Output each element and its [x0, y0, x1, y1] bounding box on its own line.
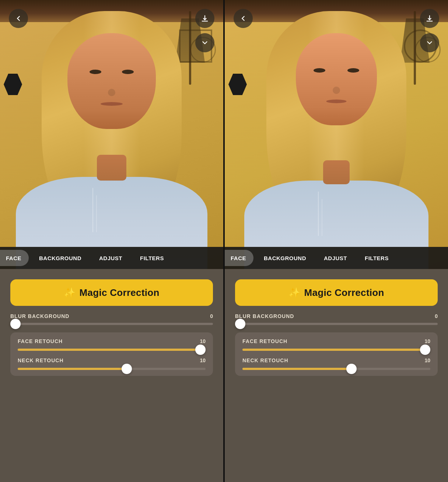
left-photo-bg	[0, 0, 223, 269]
right-download-button[interactable]	[420, 9, 439, 28]
right-neck-retouch-label: NECK RETOUCH	[242, 357, 288, 363]
right-neck-retouch-track[interactable]	[242, 368, 430, 370]
right-blur-bg-header: BLUR BACKGROUND 0	[235, 313, 438, 319]
right-blur-bg-section: BLUR BACKGROUND 0	[235, 313, 438, 325]
left-face-retouch-label: FACE RETOUCH	[18, 338, 63, 344]
right-tab-face[interactable]: FACE	[225, 250, 253, 266]
left-neck-retouch-fill	[18, 368, 127, 370]
left-blur-bg-label: BLUR BACKGROUND	[10, 313, 69, 319]
left-face-retouch-thumb[interactable]	[195, 345, 206, 355]
right-photo-bg	[225, 0, 448, 269]
left-blur-bg-thumb[interactable]	[10, 319, 21, 329]
neck-shape	[97, 155, 126, 181]
left-panel: FACE BACKGROUND ADJUST FILTERS ✨ Magic C…	[0, 0, 223, 482]
left-top-buttons	[0, 9, 223, 28]
right-blur-bg-label: BLUR BACKGROUND	[235, 313, 294, 319]
right-chevron-down-icon	[426, 39, 434, 47]
right-back-button[interactable]	[234, 9, 253, 28]
right-neck-retouch-header: NECK RETOUCH 10	[242, 357, 430, 363]
right-tab-bar: FACE BACKGROUND ADJUST FILTERS	[225, 247, 448, 269]
right-magic-correction-label: Magic Correction	[304, 287, 384, 298]
left-magic-correction-label: Magic Correction	[80, 287, 160, 298]
left-tab-adjust[interactable]: ADJUST	[92, 250, 130, 266]
left-neck-retouch-value: 10	[200, 357, 206, 363]
right-tab-background[interactable]: BACKGROUND	[256, 250, 314, 266]
right-face-retouch-value: 10	[424, 338, 430, 344]
left-back-button[interactable]	[9, 9, 28, 28]
right-neck-retouch-thumb[interactable]	[346, 364, 357, 374]
right-tab-adjust[interactable]: ADJUST	[316, 250, 354, 266]
left-magic-wand-icon: ✨	[64, 287, 76, 298]
left-bottom-panel: ✨ Magic Correction BLUR BACKGROUND 0 FAC…	[0, 269, 223, 482]
left-neck-retouch-thumb[interactable]	[122, 364, 132, 374]
right-panel: FACE BACKGROUND ADJUST FILTERS ✨ Magic C…	[225, 0, 448, 482]
left-chevron-down-button[interactable]	[195, 33, 214, 52]
right-tab-filters[interactable]: FILTERS	[357, 250, 396, 266]
left-face-retouch-fill	[18, 349, 206, 351]
left-retouch-box: FACE RETOUCH 10 NECK RETOUCH 10	[10, 332, 213, 376]
back-icon	[14, 14, 22, 22]
right-blur-bg-thumb[interactable]	[235, 319, 245, 329]
right-chevron-down-button[interactable]	[420, 33, 439, 52]
right-photo-area: FACE BACKGROUND ADJUST FILTERS	[225, 0, 448, 269]
left-blur-bg-header: BLUR BACKGROUND 0	[10, 313, 213, 319]
right-magic-correction-button[interactable]: ✨ Magic Correction	[235, 279, 438, 306]
left-face-retouch-track[interactable]	[18, 349, 206, 351]
left-neck-retouch-track[interactable]	[18, 368, 206, 370]
left-photo-area: FACE BACKGROUND ADJUST FILTERS	[0, 0, 223, 269]
right-face-retouch-track[interactable]	[242, 349, 430, 351]
left-download-button[interactable]	[195, 9, 214, 28]
right-retouch-box: FACE RETOUCH 10 NECK RETOUCH 10	[235, 332, 438, 376]
face-shape	[67, 33, 156, 129]
right-face-retouch-thumb[interactable]	[420, 345, 430, 355]
right-neck-retouch-value: 10	[424, 357, 430, 363]
left-tab-background[interactable]: BACKGROUND	[32, 250, 89, 266]
left-face-retouch-value: 10	[200, 338, 206, 344]
left-magic-correction-button[interactable]: ✨ Magic Correction	[10, 279, 213, 306]
right-face-retouch-label: FACE RETOUCH	[242, 338, 287, 344]
right-face-shape	[296, 33, 377, 125]
right-face-retouch-header: FACE RETOUCH 10	[242, 338, 430, 344]
left-blur-bg-value: 0	[210, 313, 213, 319]
left-face-retouch-header: FACE RETOUCH 10	[18, 338, 206, 344]
right-bottom-panel: ✨ Magic Correction BLUR BACKGROUND 0 FAC…	[225, 269, 448, 482]
left-tab-face[interactable]: FACE	[0, 250, 29, 266]
right-blur-bg-value: 0	[435, 313, 438, 319]
left-neck-retouch-header: NECK RETOUCH 10	[18, 357, 206, 363]
left-tab-filters[interactable]: FILTERS	[133, 250, 171, 266]
right-face-retouch-fill	[242, 349, 430, 351]
right-back-icon	[239, 14, 247, 22]
download-icon	[201, 14, 209, 22]
left-neck-retouch-label: NECK RETOUCH	[18, 357, 64, 363]
right-top-buttons	[225, 9, 448, 28]
right-neck-shape	[323, 160, 350, 184]
right-neck-retouch-fill	[242, 368, 351, 370]
left-blur-bg-track[interactable]	[10, 323, 213, 325]
left-blur-bg-section: BLUR BACKGROUND 0	[10, 313, 213, 325]
right-download-icon	[426, 14, 434, 22]
left-tab-bar: FACE BACKGROUND ADJUST FILTERS	[0, 247, 223, 269]
chevron-down-icon	[201, 39, 209, 47]
right-magic-wand-icon: ✨	[288, 287, 300, 298]
right-blur-bg-track[interactable]	[235, 323, 438, 325]
